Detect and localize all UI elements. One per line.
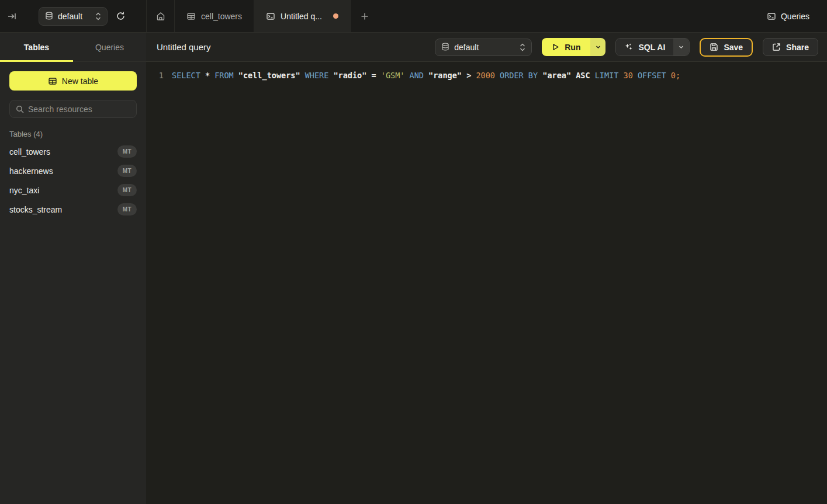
play-icon (552, 43, 559, 51)
sidebar: Tables Queries New table (0, 33, 146, 504)
sidebar-tab-tables[interactable]: Tables (0, 33, 73, 61)
tables-section-label: Tables (4) (9, 130, 137, 138)
sql-token: AND (410, 71, 424, 80)
sidebar-tabs: Tables Queries (0, 33, 146, 62)
sql-token: 'GSM' (381, 71, 405, 80)
sidebar-tab-label: Queries (95, 43, 124, 52)
sql-token: "radio" (333, 71, 366, 80)
console-icon (266, 12, 275, 21)
sql-token: "range" (428, 71, 462, 80)
save-button[interactable]: Save (700, 38, 753, 57)
table-name: stocks_stream (9, 205, 62, 214)
select-updown-icon (95, 12, 101, 20)
table-engine-badge: MT (117, 145, 137, 158)
refresh-button[interactable] (108, 0, 133, 33)
save-icon (710, 43, 718, 51)
sql-token: 2000 (476, 71, 495, 80)
chevron-down-icon (595, 44, 601, 50)
sql-token: 0; (671, 71, 680, 80)
query-database-select[interactable]: default (435, 39, 532, 56)
sidebar-tab-label: Tables (24, 43, 49, 52)
console-icon (767, 12, 776, 21)
tables-list: cell_towersMThackernewsMTnyc_taxiMTstock… (9, 142, 137, 219)
sql-token: ASC (576, 71, 590, 80)
sql-token: LIMIT (595, 71, 619, 80)
sql-ai-button-label: SQL AI (638, 43, 665, 52)
search-icon (16, 105, 24, 113)
run-button-label: Run (565, 43, 580, 52)
tab-label: cell_towers (201, 12, 242, 21)
sql-ai-button[interactable]: SQL AI (616, 39, 673, 55)
table-list-item[interactable]: stocks_streamMT (9, 200, 137, 219)
sql-token: = (372, 71, 376, 80)
new-tab-button[interactable] (351, 0, 379, 33)
save-button-label: Save (724, 43, 743, 52)
sql-token: 30 (624, 71, 633, 80)
share-button[interactable]: Share (763, 38, 818, 56)
select-updown-icon (520, 43, 525, 51)
database-icon (441, 43, 449, 51)
sparkles-icon (624, 43, 633, 51)
sql-token: > (466, 71, 471, 80)
run-button[interactable]: Run (542, 38, 590, 56)
sql-token: SELECT (172, 71, 200, 80)
topbar-spacer (379, 0, 761, 32)
table-list-item[interactable]: cell_towersMT (9, 142, 137, 161)
sql-token: OFFSET (638, 71, 666, 80)
queries-button[interactable]: Queries (761, 6, 815, 26)
unsaved-changes-dot (333, 13, 338, 19)
sql-token: ORDER (500, 71, 524, 80)
search-resources-input[interactable] (28, 105, 134, 114)
table-name: hackernews (9, 166, 53, 176)
tab-cell-towers[interactable]: cell_towers (175, 0, 254, 32)
table-engine-badge: MT (117, 165, 137, 177)
table-name: cell_towers (9, 147, 50, 157)
run-options-button[interactable] (590, 38, 605, 56)
sql-ai-options-button[interactable] (673, 39, 689, 55)
table-list-item[interactable]: nyc_taxiMT (9, 180, 137, 200)
new-table-button[interactable]: New table (9, 71, 137, 91)
sql-code-line: SELECT * FROM "cell_towers" WHERE "radio… (172, 69, 680, 504)
share-icon (772, 43, 781, 51)
query-database-value: default (454, 43, 515, 52)
table-engine-badge: MT (117, 203, 137, 215)
refresh-icon (116, 11, 126, 21)
sql-token: WHERE (305, 71, 329, 80)
run-split-button: Run (542, 38, 605, 56)
table-icon (186, 12, 196, 21)
table-engine-badge: MT (117, 184, 137, 196)
queries-button-label: Queries (781, 12, 809, 21)
topbar-database-select[interactable]: default (39, 7, 108, 26)
sql-token: BY (528, 71, 538, 80)
sql-token: "area" (542, 71, 571, 80)
table-list-item[interactable]: hackernewsMT (9, 161, 137, 180)
line-number: 1 (146, 69, 164, 504)
tab-untitled-query[interactable]: Untitled q... (254, 0, 351, 32)
toolbar-controls: default Run (435, 38, 818, 57)
sql-editor[interactable]: 1 SELECT * FROM "cell_towers" WHERE "rad… (146, 62, 827, 504)
topbar-database-value: default (58, 12, 91, 21)
collapse-sidebar-button[interactable] (0, 0, 23, 33)
collapse-sidebar-icon (7, 12, 16, 21)
sql-token: "cell_towers" (238, 71, 300, 80)
search-resources-box (9, 100, 137, 118)
topbar-tabs: cell_towers Untitled q... (146, 0, 827, 33)
plus-icon (360, 12, 369, 21)
query-toolbar: Untitled query default (146, 33, 827, 62)
share-button-label: Share (786, 43, 809, 52)
tab-home[interactable] (146, 0, 175, 32)
sidebar-content: New table Tables (4) cell_towersMThacker… (0, 62, 146, 228)
sql-ai-split-button: SQL AI (615, 38, 690, 56)
app-window: default (0, 0, 827, 504)
topbar-left: default (0, 0, 146, 33)
tab-label: Untitled q... (281, 12, 322, 21)
query-title: Untitled query (157, 42, 211, 52)
table-name: nyc_taxi (9, 186, 39, 195)
sidebar-tab-queries[interactable]: Queries (73, 33, 146, 61)
home-icon (156, 12, 165, 21)
chevron-down-icon (678, 44, 684, 50)
main-panel: Untitled query default (146, 33, 827, 504)
sql-token: * (205, 71, 210, 80)
sql-token: FROM (214, 71, 234, 80)
table-icon (48, 77, 57, 86)
